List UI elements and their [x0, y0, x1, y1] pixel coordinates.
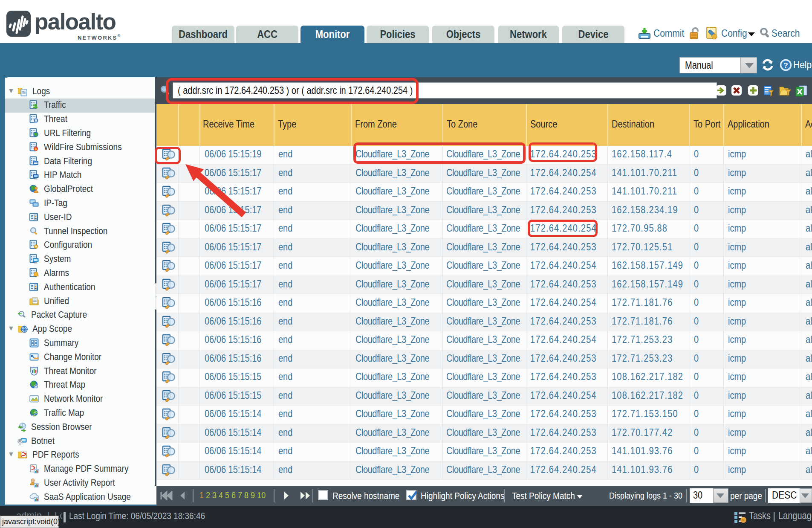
svg-text:?: ? — [783, 61, 788, 70]
